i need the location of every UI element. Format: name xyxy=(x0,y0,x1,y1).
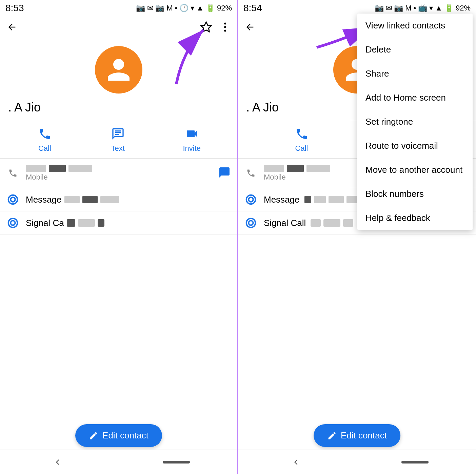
left-battery: 92% xyxy=(217,4,232,13)
dropdown-block-numbers[interactable]: Block numbers xyxy=(357,182,473,206)
svg-point-2 xyxy=(224,26,226,28)
m-icon: M xyxy=(166,4,173,13)
svg-marker-0 xyxy=(201,22,211,32)
dropdown-help-feedback[interactable]: Help & feedback xyxy=(357,206,473,230)
right-time: 8:54 xyxy=(243,3,262,14)
right-call-icon xyxy=(294,126,310,142)
left-action-row: Call Text Invite xyxy=(0,120,237,159)
left-time: 8:53 xyxy=(5,3,24,14)
right-dot-icon: • xyxy=(413,4,416,13)
left-status-icons: 📷 ✉ 📷 M • 🕐 ▾ ▲ 🔋 92% xyxy=(136,4,232,13)
right-back-button[interactable] xyxy=(243,20,257,34)
svg-point-10 xyxy=(246,195,256,204)
right-edit-contact-button[interactable]: Edit contact xyxy=(314,424,400,447)
dropdown-menu: View linked contacts Delete Share Add to… xyxy=(357,14,473,230)
dropdown-move-to-another-account[interactable]: Move to another account xyxy=(357,158,473,182)
text-icon xyxy=(110,126,126,142)
right-signal-icon: ▲ xyxy=(435,4,442,13)
call-icon xyxy=(37,126,53,142)
dropdown-delete[interactable]: Delete xyxy=(357,38,473,62)
right-call-button[interactable]: Call xyxy=(294,126,310,153)
left-invite-label: Invite xyxy=(183,144,201,153)
left-message-row: Message xyxy=(0,188,237,211)
svg-point-6 xyxy=(11,197,15,202)
left-signal-call-content: Signal Ca xyxy=(26,218,231,228)
dropdown-set-ringtone[interactable]: Set ringtone xyxy=(357,110,473,134)
dropdown-add-to-home-screen[interactable]: Add to Home screen xyxy=(357,86,473,110)
signal-icon: ▲ xyxy=(196,4,204,13)
left-phone-number xyxy=(26,165,212,172)
dropdown-share[interactable]: Share xyxy=(357,62,473,86)
left-call-button[interactable]: Call xyxy=(37,126,53,153)
right-mail-icon: ✉ xyxy=(386,4,392,13)
right-edit-label: Edit contact xyxy=(341,430,387,441)
mail-icon: ✉ xyxy=(147,4,153,13)
left-signal-icon xyxy=(7,194,19,205)
dropdown-route-to-voicemail[interactable]: Route to voicemail xyxy=(357,134,473,158)
left-phone-icon xyxy=(7,168,19,178)
right-phone-panel: 8:54 📷 ✉ 📷 M • 📺 ▾ ▲ 🔋 92% View linked c… xyxy=(238,0,476,474)
right-back-nav-button[interactable] xyxy=(286,455,306,469)
right-battery-icon: 🔋 xyxy=(444,4,454,13)
left-signal-call-row: Signal Ca xyxy=(0,211,237,235)
right-m-icon: M xyxy=(405,4,411,13)
left-signal-call-text: Signal Ca xyxy=(26,218,231,228)
facebook-icon: 📷 xyxy=(136,4,145,13)
video-icon xyxy=(184,126,200,142)
svg-point-7 xyxy=(8,219,18,228)
right-home-pill[interactable] xyxy=(401,461,429,463)
instagram-icon: 📷 xyxy=(155,4,164,13)
right-call-label: Call xyxy=(295,144,308,153)
left-phone-type: Mobile xyxy=(26,173,212,182)
svg-point-12 xyxy=(246,219,256,228)
left-phone-row: Mobile xyxy=(0,159,237,188)
dropdown-view-linked-contacts[interactable]: View linked contacts xyxy=(357,14,473,38)
left-status-bar: 8:53 📷 ✉ 📷 M • 🕐 ▾ ▲ 🔋 92% xyxy=(0,0,237,16)
svg-point-3 xyxy=(224,30,226,32)
left-home-pill[interactable] xyxy=(163,461,190,463)
svg-point-5 xyxy=(8,195,18,204)
right-battery: 92% xyxy=(456,4,471,13)
right-phone-icon xyxy=(245,168,257,178)
left-signal-call-icon xyxy=(7,218,19,228)
svg-point-8 xyxy=(11,221,15,225)
right-contact-name: . A Jio xyxy=(243,100,279,115)
right-signal-call-icon xyxy=(245,218,257,228)
left-back-nav-button[interactable] xyxy=(47,455,68,469)
wifi-icon: ▾ xyxy=(191,4,194,13)
dot-icon: • xyxy=(175,4,177,13)
right-signal-msg-icon xyxy=(245,194,257,205)
left-top-actions xyxy=(199,20,232,34)
left-call-label: Call xyxy=(38,144,51,153)
left-avatar-section: . A Jio xyxy=(0,38,237,120)
left-phone-panel: 8:53 📷 ✉ 📷 M • 🕐 ▾ ▲ 🔋 92% xyxy=(0,0,238,474)
edit-icon xyxy=(89,431,98,440)
left-back-button[interactable] xyxy=(5,20,19,34)
left-message-content: Message xyxy=(26,194,231,205)
left-text-button[interactable]: Text xyxy=(110,126,126,153)
right-ig-icon: 📷 xyxy=(394,4,403,13)
right-status-icons: 📷 ✉ 📷 M • 📺 ▾ ▲ 🔋 92% xyxy=(375,4,471,13)
right-nav-bar xyxy=(238,450,476,474)
right-cast-icon: 📺 xyxy=(418,4,427,13)
left-top-bar xyxy=(0,16,237,38)
left-star-button[interactable] xyxy=(199,20,213,34)
battery-icon: 🔋 xyxy=(206,4,215,13)
svg-point-1 xyxy=(224,23,226,25)
left-contact-name: . A Jio xyxy=(5,100,41,115)
left-text-label: Text xyxy=(111,144,125,153)
right-wifi-icon: ▾ xyxy=(429,4,433,13)
right-fb-icon: 📷 xyxy=(375,4,384,13)
alarm-icon: 🕐 xyxy=(179,4,189,13)
person-icon xyxy=(105,56,132,83)
left-edit-contact-button[interactable]: Edit contact xyxy=(75,424,162,447)
left-message-text: Message xyxy=(26,194,231,205)
right-edit-icon xyxy=(327,431,337,440)
left-more-options-button[interactable] xyxy=(218,20,232,34)
left-avatar xyxy=(95,46,142,94)
left-phone-content: Mobile xyxy=(26,165,212,182)
left-edit-label: Edit contact xyxy=(102,430,148,441)
svg-point-11 xyxy=(249,197,253,202)
left-invite-button[interactable]: Invite xyxy=(183,126,201,153)
left-sms-icon[interactable] xyxy=(218,166,231,180)
